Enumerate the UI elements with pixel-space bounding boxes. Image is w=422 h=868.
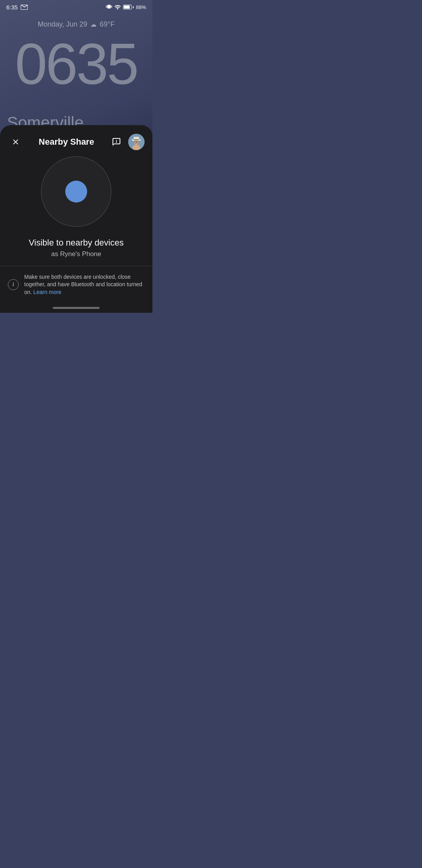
wifi-icon: [114, 4, 121, 11]
info-icon-wrap: i: [8, 279, 19, 290]
close-button[interactable]: [8, 134, 23, 150]
status-left: 6:35: [6, 4, 28, 11]
svg-rect-3: [116, 141, 117, 143]
info-circle-icon: i: [8, 279, 19, 290]
sheet-header: Nearby Share: [0, 125, 152, 156]
radar-circle: [41, 156, 111, 227]
date-text: Monday, Jun 29: [38, 20, 88, 29]
battery-fill: [124, 5, 130, 9]
status-bar: 6:35 88%: [0, 0, 152, 14]
battery-body: [123, 5, 132, 9]
visible-status-text: Visible to nearby devices: [29, 238, 124, 248]
lockscreen-clock: 0635: [0, 35, 152, 93]
svg-point-9: [132, 145, 140, 150]
battery-percentage: 88%: [136, 4, 146, 10]
temperature-text: 69°F: [100, 20, 114, 29]
radar-dot: [65, 181, 87, 203]
status-right: 88%: [106, 4, 146, 11]
cloud-icon: ☁: [90, 21, 97, 28]
nearby-share-sheet: Nearby Share: [0, 125, 152, 313]
radar-area: Visible to nearby devices as Ryne's Phon…: [0, 156, 152, 266]
svg-rect-2: [116, 140, 117, 141]
sheet-title: Nearby Share: [23, 137, 109, 147]
battery-tip: [133, 6, 134, 8]
status-time: 6:35: [6, 4, 18, 11]
home-bar: [53, 307, 100, 309]
feedback-button[interactable]: [109, 135, 123, 149]
device-name-text: as Ryne's Phone: [51, 250, 101, 258]
vibrate-icon: [106, 4, 112, 11]
mail-icon: [21, 5, 28, 10]
info-message: Make sure both devices are unlocked, clo…: [24, 273, 145, 296]
battery-indicator: [123, 5, 134, 9]
home-indicator: [0, 303, 152, 313]
learn-more-link[interactable]: Learn more: [33, 289, 61, 295]
header-right: [109, 134, 145, 150]
date-weather: Monday, Jun 29 ☁ 69°F: [0, 20, 152, 29]
info-row: i Make sure both devices are unlocked, c…: [0, 266, 152, 303]
user-avatar[interactable]: [128, 134, 145, 150]
